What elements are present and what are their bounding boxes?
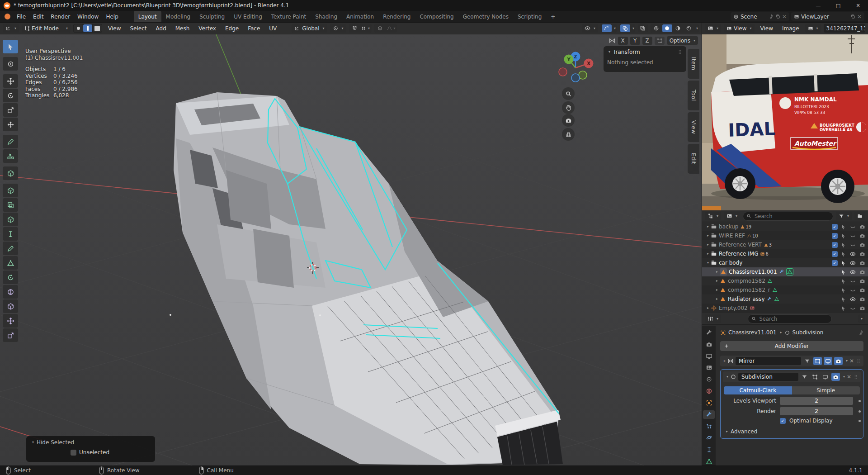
hide-icon[interactable] (849, 278, 857, 284)
menu-edit[interactable]: Edit (29, 11, 47, 22)
workspace-tab-geometry-nodes[interactable]: Geometry Nodes (458, 11, 513, 22)
tool-measure[interactable] (3, 149, 18, 163)
outliner-search[interactable] (743, 212, 833, 221)
outliner-row-reference-img[interactable]: ▸ Reference IMG 6 ✓ (702, 249, 868, 258)
solid-shading-button[interactable] (662, 24, 672, 32)
tool-spin[interactable] (3, 271, 18, 284)
vertex-group-toggle[interactable] (803, 357, 811, 365)
workspace-tab-texture-paint[interactable]: Texture Paint (267, 11, 311, 22)
rendered-shading-button[interactable] (684, 24, 694, 32)
shading-dropdown-icon[interactable]: ▾ (696, 27, 698, 30)
copy-icon[interactable] (850, 14, 855, 19)
tool-loop-cut[interactable] (3, 227, 18, 241)
hide-icon[interactable] (849, 269, 857, 275)
operator-panel[interactable]: ▾ Hide Selected Unselected (26, 436, 155, 462)
tab-particles[interactable] (703, 422, 715, 431)
new-collection-button[interactable] (854, 212, 865, 220)
workspace-tab-rendering[interactable]: Rendering (378, 11, 415, 22)
catmull-clark-button[interactable]: Catmull-Clark (724, 386, 792, 394)
tool-move[interactable] (3, 74, 18, 88)
camera-view-button[interactable] (562, 114, 575, 127)
image-browse-button[interactable]: ▾ (805, 24, 821, 33)
face-select-button[interactable] (93, 24, 102, 32)
tab-world[interactable] (703, 387, 715, 395)
outliner-row-reference-vert[interactable]: ▸ Reference VERT 3 ✓ (702, 240, 868, 249)
minimize-button[interactable]: — (808, 0, 828, 11)
workspace-tab-scripting[interactable]: Scripting (513, 11, 546, 22)
tab-modifiers[interactable] (703, 410, 715, 419)
selectable-icon[interactable] (840, 287, 847, 293)
outliner-row-radiator-assy[interactable]: ▸ Radiator assy (702, 294, 868, 304)
outliner-row-backup[interactable]: ▸ backup 19 ✓ (702, 222, 868, 231)
show-gizmo-toggle[interactable] (602, 24, 612, 32)
collapse-icon[interactable]: ▾ (32, 441, 34, 444)
render-visibility-icon[interactable] (859, 260, 866, 266)
edge-select-button[interactable] (83, 24, 92, 32)
viewport-3d-scene[interactable] (0, 34, 702, 466)
tab-tool[interactable] (703, 328, 715, 337)
viewport-canvas[interactable]: X Y Z Options▾ (0, 34, 702, 466)
outliner-row-chassisrev[interactable]: ▸ Chassisrev11.001 (702, 267, 868, 276)
menu-view[interactable]: View (757, 25, 776, 32)
delete-modifier-icon[interactable]: ✕ (847, 374, 851, 380)
grip-icon[interactable] (677, 49, 683, 55)
tool-cursor[interactable] (3, 57, 18, 71)
sidebar-tab-view[interactable]: View (688, 112, 699, 142)
menu-window[interactable]: Window (74, 11, 102, 22)
display-mode-selector[interactable]: ▾ (724, 212, 740, 220)
view-layer-selector[interactable]: ViewLayer ✕ (791, 12, 864, 21)
render-visibility-icon[interactable] (859, 224, 866, 230)
render-toggle[interactable] (831, 373, 840, 381)
workspace-tab-compositing[interactable]: Compositing (415, 11, 458, 22)
editor-type-button[interactable]: ▾ (705, 212, 721, 220)
selectable-icon[interactable] (840, 233, 847, 239)
selectable-icon[interactable] (840, 242, 847, 248)
pan-button[interactable] (562, 101, 575, 114)
snap-uv-toggle[interactable] (655, 37, 665, 45)
tool-smooth[interactable] (3, 285, 18, 299)
tool-rotate[interactable] (3, 89, 18, 102)
outliner-row-wire-ref[interactable]: ▸ WIRE REF 10 ✓ (702, 231, 868, 240)
add-modifier-button[interactable]: Add Modifier (720, 341, 863, 351)
snap-toggle[interactable] (350, 24, 360, 32)
edit-mode-toggle[interactable] (813, 357, 822, 365)
tool-transform[interactable] (3, 118, 18, 131)
render-visibility-icon[interactable] (859, 251, 866, 257)
tab-constraints[interactable] (703, 445, 715, 454)
simple-button[interactable]: Simple (792, 386, 860, 394)
animate-dot[interactable] (859, 410, 861, 413)
image-name-field[interactable]: 341262747_138081 (824, 24, 865, 33)
tool-shrink-fatten[interactable] (3, 314, 18, 328)
pin-icon[interactable] (858, 330, 863, 335)
render-toggle[interactable] (834, 357, 843, 365)
copy-icon[interactable] (775, 14, 780, 19)
tool-edge-slide[interactable] (3, 299, 18, 313)
properties-options-button[interactable]: ▾ (858, 314, 865, 323)
tool-annotate[interactable] (3, 135, 18, 148)
animate-dot[interactable] (859, 400, 861, 402)
collection-checkbox[interactable]: ✓ (832, 242, 838, 248)
menu-image[interactable]: Image (779, 25, 802, 32)
collapse-icon[interactable]: ▾ (609, 50, 610, 54)
selectable-icon[interactable] (840, 260, 847, 266)
extras-dropdown-icon[interactable]: ▾ (846, 359, 848, 363)
render-visibility-icon[interactable] (859, 242, 866, 248)
search-input[interactable] (754, 213, 830, 220)
transform-orientation-selector[interactable]: Global ▾ (292, 24, 327, 33)
realtime-toggle[interactable] (824, 357, 832, 365)
render-visibility-icon[interactable] (859, 287, 866, 293)
tool-inset-faces[interactable] (3, 198, 18, 212)
outliner-row-compmo1582-r[interactable]: ▸ compmo1582_r (702, 285, 868, 294)
edit-mode-toggle[interactable] (811, 373, 819, 381)
proportional-edit-toggle[interactable] (375, 24, 385, 32)
sidebar-tab-edit[interactable]: Edit (688, 144, 699, 174)
menu-render[interactable]: Render (47, 11, 74, 22)
editor-type-button[interactable]: ▾ (705, 314, 721, 323)
tab-physics[interactable] (703, 433, 715, 442)
collapse-icon[interactable]: ▾ (726, 375, 728, 379)
menu-uv[interactable]: UV (266, 25, 280, 32)
tool-scale[interactable] (3, 103, 18, 117)
search-input[interactable] (759, 315, 828, 323)
expand-icon[interactable]: ▸ (724, 359, 726, 363)
sidebar-tab-tool[interactable]: Tool (688, 81, 699, 110)
